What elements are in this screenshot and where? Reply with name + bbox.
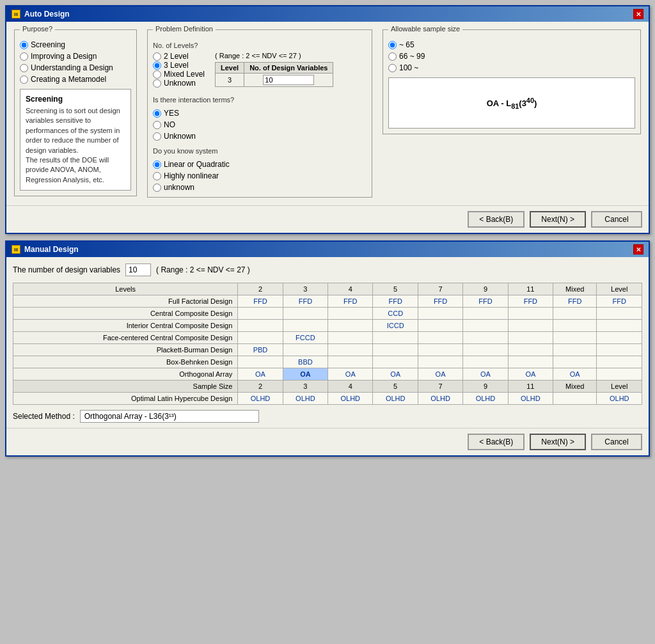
ndv-input[interactable] (263, 75, 314, 85)
allowable-100-radio[interactable] (388, 64, 397, 72)
interaction-unknown[interactable]: Unknown (153, 132, 367, 141)
ccd-9 (463, 308, 508, 320)
system-unknown[interactable]: unknown (153, 183, 367, 192)
olhd-7[interactable]: OLHD (418, 393, 462, 405)
manual-cancel-btn[interactable]: Cancel (591, 434, 642, 450)
levels-subsection: No. of Levels? 2 Level 3 Level (153, 42, 367, 90)
olhd-2[interactable]: OLHD (238, 393, 283, 405)
pbd-2[interactable]: PBD (238, 344, 283, 356)
ffd-4[interactable]: FFD (328, 295, 373, 308)
purpose-description: Screening Screening is to sort out desig… (20, 89, 131, 191)
ccd-5[interactable]: CCD (373, 308, 418, 320)
fccd-mixed (553, 332, 597, 344)
bbd-9 (463, 356, 508, 368)
level-2-radio[interactable] (153, 52, 161, 61)
level-unknown-radio[interactable] (153, 79, 161, 88)
interaction-unknown-radio[interactable] (153, 132, 161, 141)
allowable-65-label: ~ 65 (399, 40, 414, 49)
purpose-improving-radio[interactable] (20, 52, 28, 61)
ndv-field[interactable] (125, 263, 151, 276)
allowable-65-radio[interactable] (388, 41, 397, 49)
auto-cancel-btn[interactable]: Cancel (591, 211, 642, 228)
iccd-5[interactable]: ICCD (373, 320, 418, 332)
oa-5[interactable]: OA (373, 368, 418, 381)
problem-groupbox: Problem Definition No. of Levels? 2 Leve… (147, 29, 372, 198)
level-mixed[interactable]: Mixed Level (153, 70, 205, 79)
oa-9[interactable]: OA (463, 368, 508, 381)
ss-11: 11 (508, 381, 553, 393)
oa-3[interactable]: OA (283, 368, 328, 381)
manual-back-btn[interactable]: < Back(B) (468, 434, 525, 450)
oa-mixed[interactable]: OA (553, 368, 597, 381)
purpose-section: Purpose? Screening Improving a Design Un… (12, 27, 139, 200)
purpose-improving[interactable]: Improving a Design (20, 52, 131, 61)
fccd-3[interactable]: FCCD (283, 332, 328, 344)
ffd-5[interactable]: FFD (373, 295, 418, 308)
system-nonlinear-radio[interactable] (153, 172, 161, 180)
fccd-4 (328, 332, 373, 344)
ffd-7[interactable]: FFD (418, 295, 462, 308)
auto-back-btn[interactable]: < Back(B) (468, 211, 525, 228)
manual-next-btn[interactable]: Next(N) > (530, 434, 586, 450)
level-3[interactable]: 3 Level (153, 61, 205, 70)
manual-design-close-btn[interactable]: ✕ (633, 244, 643, 255)
iccd-label: Interior Central Composite Design (13, 320, 238, 332)
level-2[interactable]: 2 Level (153, 52, 205, 61)
allowable-65[interactable]: ~ 65 (388, 40, 635, 49)
oa-7[interactable]: OA (418, 368, 462, 381)
col-3: 3 (283, 283, 328, 295)
system-unknown-radio[interactable] (153, 184, 161, 192)
oa-4[interactable]: OA (328, 368, 373, 381)
olhd-11[interactable]: OLHD (508, 393, 553, 405)
auto-design-title: Auto Design (24, 10, 70, 19)
olhd-4[interactable]: OLHD (328, 393, 373, 405)
auto-next-btn[interactable]: Next(N) > (530, 211, 586, 228)
auto-design-close-btn[interactable]: ✕ (633, 9, 643, 19)
interaction-yes[interactable]: YES (153, 109, 367, 118)
purpose-screening-radio[interactable] (20, 41, 28, 49)
purpose-metamodel[interactable]: Creating a Metamodel (20, 75, 131, 84)
olhd-3[interactable]: OLHD (283, 393, 328, 405)
oa-11[interactable]: OA (508, 368, 553, 381)
system-linear[interactable]: Linear or Quadratic (153, 160, 367, 169)
row-fccd: Face-centered Central Composite Design F… (13, 332, 642, 344)
ndv-value[interactable] (244, 74, 333, 87)
interaction-no[interactable]: NO (153, 120, 367, 129)
ffd-11[interactable]: FFD (508, 295, 553, 308)
row-olhd: Optimal Latin Hypercube Design OLHD OLHD… (13, 393, 642, 405)
fccd-label: Face-centered Central Composite Design (13, 332, 238, 344)
iccd-7 (418, 320, 462, 332)
bbd-level (597, 356, 642, 368)
ffd-2[interactable]: FFD (238, 295, 283, 308)
allowable-99-radio[interactable] (388, 52, 397, 61)
ffd-level[interactable]: FFD (597, 295, 642, 308)
bbd-4 (328, 356, 373, 368)
level-3-radio[interactable] (153, 61, 161, 70)
problem-section: Problem Definition No. of Levels? 2 Leve… (145, 27, 375, 200)
interaction-yes-radio[interactable] (153, 109, 161, 118)
system-linear-radio[interactable] (153, 161, 161, 169)
purpose-understanding[interactable]: Understanding a Design (20, 63, 131, 72)
bbd-3[interactable]: BBD (283, 356, 328, 368)
level-mixed-radio[interactable] (153, 70, 161, 79)
ffd-mixed[interactable]: FFD (553, 295, 597, 308)
purpose-metamodel-radio[interactable] (20, 75, 28, 84)
allowable-99[interactable]: 66 ~ 99 (388, 52, 635, 61)
levels-label: No. of Levels? (153, 42, 367, 49)
purpose-screening[interactable]: Screening (20, 40, 131, 49)
ffd-9[interactable]: FFD (463, 295, 508, 308)
interaction-no-radio[interactable] (153, 121, 161, 129)
ffd-3[interactable]: FFD (283, 295, 328, 308)
olhd-5[interactable]: OLHD (373, 393, 418, 405)
fccd-11 (508, 332, 553, 344)
allowable-100[interactable]: 100 ~ (388, 63, 635, 72)
system-nonlinear[interactable]: Highly nonlinear (153, 171, 367, 180)
level-unknown[interactable]: Unknown (153, 79, 205, 88)
purpose-understanding-radio[interactable] (20, 64, 28, 72)
iccd-level (597, 320, 642, 332)
selected-method-input[interactable] (80, 410, 259, 423)
oa-2[interactable]: OA (238, 368, 283, 381)
auto-design-icon: III (12, 10, 20, 19)
olhd-9[interactable]: OLHD (463, 393, 508, 405)
olhd-level[interactable]: OLHD (597, 393, 642, 405)
